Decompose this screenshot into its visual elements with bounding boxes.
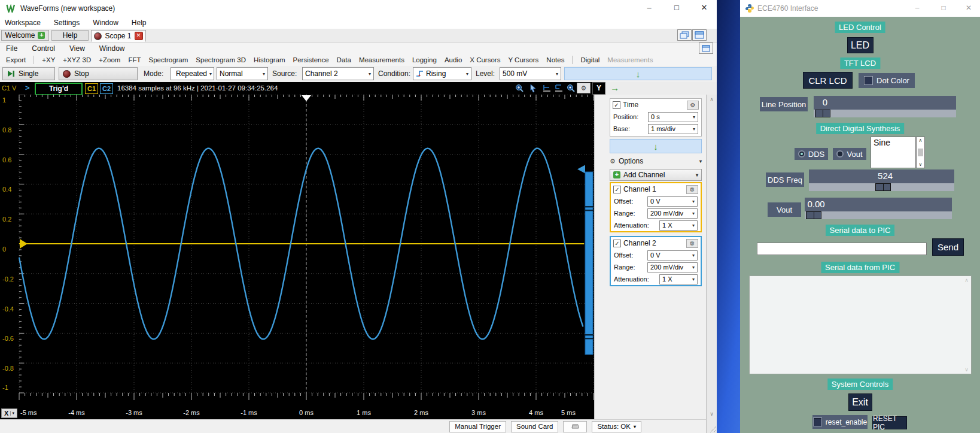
- menu-help[interactable]: Help: [132, 19, 147, 27]
- position-select[interactable]: 0 s▾: [648, 112, 698, 122]
- vout-radio[interactable]: Vout: [833, 148, 866, 160]
- y-cursors-icon[interactable]: [554, 84, 564, 95]
- toolbar-item-logging[interactable]: Logging: [412, 56, 437, 63]
- reset-pic-button[interactable]: RESET PIC: [872, 416, 907, 429]
- slider-trough[interactable]: [805, 211, 952, 219]
- reset-enable-checkbox[interactable]: reset_enable: [812, 415, 868, 429]
- resize-grip[interactable]: [708, 425, 716, 432]
- line-position-slider[interactable]: 0: [814, 96, 956, 117]
- channel-offsetselect[interactable]: 0 V▾: [647, 250, 698, 261]
- tab-welcome[interactable]: Welcome +: [1, 30, 49, 41]
- tab-help[interactable]: Help: [51, 30, 89, 41]
- manual-trigger-button[interactable]: Manual Trigger: [449, 421, 506, 432]
- channel-offsetselect[interactable]: 0 V▾: [647, 196, 698, 207]
- pointer-icon[interactable]: [529, 84, 538, 95]
- serial-output-area[interactable]: ∧ ∨: [749, 275, 972, 374]
- scroll-up-icon[interactable]: ∧: [707, 96, 717, 102]
- channel-attenuationselect[interactable]: 1 X▾: [659, 220, 698, 231]
- tile-windows-button[interactable]: [692, 29, 707, 41]
- toolbar-item-spectrogram-3d[interactable]: Spectrogram 3D: [196, 56, 246, 63]
- toolbar-item-fft[interactable]: FFT: [128, 56, 141, 63]
- stop-button[interactable]: Stop: [59, 67, 138, 80]
- cascade-windows-button[interactable]: [677, 29, 692, 41]
- toolbar-item-digital[interactable]: Digital: [580, 56, 599, 63]
- send-button[interactable]: Send: [932, 238, 964, 256]
- exit-button[interactable]: Exit: [848, 393, 872, 411]
- waveform-listbox-scrollbar[interactable]: ∧ ∨: [916, 137, 925, 168]
- toolbar-item-x-cursors[interactable]: X Cursors: [470, 56, 500, 63]
- maximize-button[interactable]: □: [669, 3, 684, 12]
- options-row[interactable]: ⚙ Options ▾: [610, 156, 702, 166]
- serial-input[interactable]: [757, 243, 927, 255]
- plot-settings-gear-button[interactable]: ⚙: [577, 83, 591, 93]
- toolbar-item-persistence[interactable]: Persistence: [293, 56, 328, 63]
- toolbar-item-spectrogram[interactable]: Spectrogram: [149, 56, 188, 63]
- waveform-selected-item[interactable]: Sine: [874, 138, 890, 147]
- channel-checkbox[interactable]: ✓: [613, 186, 621, 193]
- y-axis-button[interactable]: Y: [592, 82, 605, 95]
- minimize-button[interactable]: –: [912, 4, 923, 12]
- channel1-badge[interactable]: C1: [85, 83, 98, 94]
- time-gear-button[interactable]: ⚙: [687, 101, 699, 110]
- toolbar-item-measurements[interactable]: Measurements: [607, 56, 653, 63]
- dds-freq-slider[interactable]: 524: [809, 169, 954, 191]
- waveform-listbox[interactable]: Sine: [871, 137, 916, 168]
- channel-gear-button[interactable]: ⚙: [686, 185, 698, 194]
- device-icon-button[interactable]: [563, 421, 587, 432]
- add-channel-button[interactable]: + Add Channel ▾: [610, 169, 702, 181]
- x-cursors-icon[interactable]: [542, 84, 552, 95]
- toolbar-item-xy[interactable]: +XY: [42, 56, 55, 63]
- toolbar-item-xyz-3d[interactable]: +XYZ 3D: [63, 56, 91, 63]
- tab-scope-1[interactable]: Scope 1 ✕: [91, 30, 146, 42]
- base-select[interactable]: 1 ms/div▾: [648, 124, 698, 134]
- scope-waveform-canvas[interactable]: [0, 95, 594, 407]
- serial-output-scrollbar[interactable]: ∧ ∨: [962, 276, 971, 374]
- scroll-down-icon[interactable]: ∨: [707, 411, 717, 417]
- scope-menu-control[interactable]: Control: [32, 44, 55, 53]
- sound-card-button[interactable]: Sound Card: [511, 421, 558, 432]
- zoom-in-icon[interactable]: [515, 84, 525, 95]
- toolbar-item-data[interactable]: Data: [337, 56, 351, 63]
- scope-menu-file[interactable]: File: [6, 44, 17, 53]
- toolbar-item-histogram[interactable]: Histogram: [254, 56, 285, 63]
- scope-menu-view[interactable]: View: [69, 44, 85, 53]
- channel-rangeselect[interactable]: 200 mV/div▾: [647, 208, 698, 219]
- condition-select[interactable]: Rising▾: [413, 67, 471, 80]
- x-axis-button[interactable]: X▾: [1, 408, 17, 418]
- level-select[interactable]: 500 mV▾: [500, 67, 561, 80]
- menu-workspace[interactable]: Workspace: [5, 19, 41, 27]
- undock-window-button[interactable]: [699, 43, 713, 54]
- source-select[interactable]: Channel 2▾: [302, 67, 374, 80]
- scroll-up-icon[interactable]: ∧: [919, 138, 923, 143]
- channel-gear-button[interactable]: ⚙: [686, 239, 698, 248]
- mode2-select[interactable]: Normal▾: [217, 67, 268, 80]
- close-tab-icon[interactable]: ✕: [135, 32, 143, 40]
- slider-handle[interactable]: [875, 183, 891, 191]
- slider-trough[interactable]: [809, 183, 954, 191]
- channel-rangeselect[interactable]: 200 mV/div▾: [647, 262, 698, 272]
- maximize-button[interactable]: □: [938, 4, 949, 12]
- close-button[interactable]: ✕: [696, 3, 712, 12]
- scope-menu-window[interactable]: Window: [99, 44, 125, 53]
- toolbar-item-audio[interactable]: Audio: [445, 56, 462, 63]
- scrollbar-thumb[interactable]: [918, 149, 923, 156]
- close-button[interactable]: ✕: [963, 4, 974, 12]
- zoom-fit-icon[interactable]: [566, 84, 576, 95]
- mode-select[interactable]: Repeated▾: [171, 67, 214, 80]
- minimize-button[interactable]: –: [641, 3, 657, 12]
- dot-color-checkbox[interactable]: Dot Color: [859, 73, 915, 88]
- panel-scrollbar[interactable]: ∧ ∨: [706, 95, 717, 433]
- toolbar-item-export[interactable]: Export: [6, 56, 26, 63]
- scope-plot[interactable]: 10.80.60.40.20-0.2-0.4-0.6-0.8-1 X▾ -5 m…: [0, 95, 594, 419]
- toolbar-item-zoom[interactable]: +Zoom: [99, 56, 120, 63]
- scroll-up-icon[interactable]: ∧: [964, 277, 969, 283]
- slider-handle[interactable]: [806, 211, 821, 219]
- status-ok-button[interactable]: Status: OK▾: [592, 421, 641, 432]
- menu-window[interactable]: Window: [93, 19, 118, 27]
- single-button[interactable]: Single: [2, 67, 55, 80]
- time-checkbox[interactable]: ✓: [613, 101, 620, 109]
- dds-radio[interactable]: DDS: [795, 148, 828, 160]
- clr-lcd-button[interactable]: CLR LCD: [803, 72, 853, 89]
- toolbar-item-y-cursors[interactable]: Y Cursors: [508, 56, 538, 63]
- led-button[interactable]: LED: [847, 37, 874, 53]
